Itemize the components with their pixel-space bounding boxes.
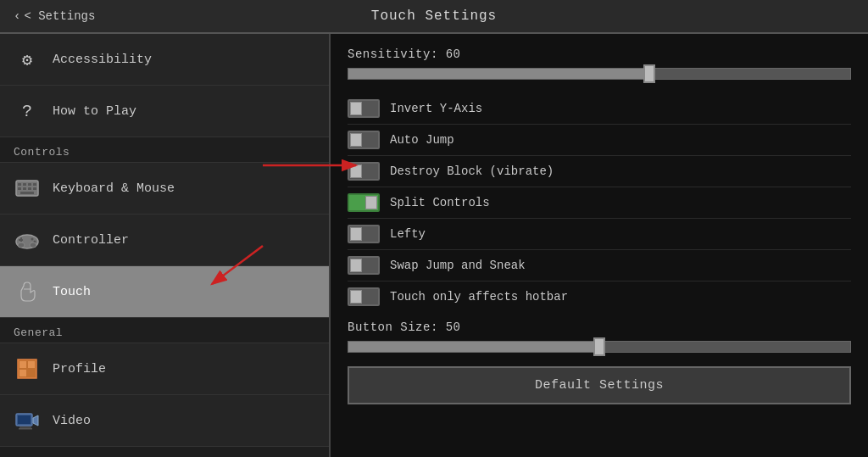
toggle-label-swap-jump: Swap Jump and Sneak bbox=[390, 259, 526, 272]
svg-rect-4 bbox=[33, 183, 36, 186]
toggle-switch-touch-hotbar[interactable] bbox=[348, 287, 380, 306]
toggle-switch-invert-y[interactable] bbox=[348, 99, 380, 118]
sensitivity-fill bbox=[348, 69, 649, 79]
toggle-row-touch-hotbar: Touch only affects hotbar bbox=[348, 281, 851, 312]
toggle-row-swap-jump: Swap Jump and Sneak bbox=[348, 250, 851, 281]
svg-rect-26 bbox=[19, 426, 31, 428]
svg-rect-7 bbox=[28, 187, 31, 190]
toggle-label-lefty: Lefty bbox=[390, 227, 426, 241]
toggle-label-touch-hotbar: Touch only affects hotbar bbox=[390, 290, 568, 304]
svg-point-13 bbox=[31, 238, 34, 241]
svg-rect-6 bbox=[23, 187, 26, 190]
toggle-knob-auto-jump bbox=[350, 133, 362, 147]
svg-rect-9 bbox=[20, 192, 34, 194]
sidebar-controller-label: Controller bbox=[53, 233, 129, 248]
svg-rect-19 bbox=[19, 361, 26, 368]
sensitivity-container: Sensitivity: 60 bbox=[348, 47, 851, 80]
video-icon bbox=[14, 407, 41, 434]
sidebar-item-video[interactable]: Video bbox=[0, 395, 329, 447]
touch-icon bbox=[14, 278, 41, 305]
toggle-knob-split-controls bbox=[365, 196, 377, 209]
toggle-switch-swap-jump[interactable] bbox=[348, 256, 380, 275]
button-size-container: Button Size: 50 bbox=[348, 320, 851, 353]
svg-rect-22 bbox=[28, 370, 35, 376]
controls-section-label: Controls bbox=[0, 137, 329, 163]
toggle-label-split-controls: Split Controls bbox=[390, 196, 490, 209]
toggle-knob-invert-y bbox=[350, 102, 362, 115]
svg-rect-12 bbox=[20, 237, 22, 242]
sidebar-item-accessibility[interactable]: ⚙ Accessibility bbox=[0, 34, 329, 86]
svg-point-16 bbox=[30, 242, 36, 248]
svg-rect-21 bbox=[19, 370, 26, 376]
content-panel: Sensitivity: 60 Invert Y-AxisAuto JumpDe… bbox=[331, 34, 868, 457]
back-button[interactable]: ‹ < Settings bbox=[14, 9, 95, 23]
svg-rect-8 bbox=[33, 187, 36, 190]
toggle-row-destroy-block: Destroy Block (vibrate) bbox=[348, 156, 851, 187]
sidebar-how-to-play-label: How to Play bbox=[53, 104, 136, 119]
profile-icon bbox=[14, 355, 41, 382]
sidebar-video-label: Video bbox=[53, 414, 91, 428]
sidebar: ⚙ Accessibility ? How to Play Controls bbox=[0, 34, 331, 457]
toggle-switch-lefty[interactable] bbox=[348, 225, 380, 243]
toggle-knob-destroy-block bbox=[350, 164, 362, 178]
sidebar-item-profile[interactable]: Profile bbox=[0, 343, 329, 395]
accessibility-icon: ⚙ bbox=[14, 46, 41, 73]
toggles-list: Invert Y-AxisAuto JumpDestroy Block (vib… bbox=[348, 93, 851, 312]
toggle-row-split-controls: Split Controls bbox=[348, 187, 851, 219]
toggle-label-auto-jump: Auto Jump bbox=[390, 133, 454, 147]
page-title: Touch Settings bbox=[371, 8, 497, 24]
sidebar-keyboard-mouse-label: Keyboard & Mouse bbox=[53, 181, 175, 196]
toggle-knob-lefty bbox=[350, 227, 362, 241]
sidebar-item-controller[interactable]: Controller bbox=[0, 215, 329, 266]
toggle-knob-touch-hotbar bbox=[350, 290, 362, 304]
title-bar: ‹ < Settings Touch Settings bbox=[0, 0, 868, 34]
sidebar-accessibility-label: Accessibility bbox=[53, 53, 152, 67]
toggle-row-auto-jump: Auto Jump bbox=[348, 125, 851, 156]
button-size-label: Button Size: 50 bbox=[348, 320, 851, 334]
button-size-thumb[interactable] bbox=[593, 337, 605, 356]
svg-marker-25 bbox=[33, 415, 38, 426]
toggle-label-destroy-block: Destroy Block (vibrate) bbox=[390, 164, 554, 178]
svg-rect-20 bbox=[28, 361, 35, 368]
svg-rect-24 bbox=[18, 415, 31, 424]
svg-rect-3 bbox=[28, 183, 31, 186]
svg-point-15 bbox=[18, 242, 25, 248]
sidebar-profile-label: Profile bbox=[53, 362, 106, 376]
svg-rect-1 bbox=[18, 183, 21, 186]
back-arrow-icon: ‹ bbox=[14, 9, 20, 23]
sidebar-item-how-to-play[interactable]: ? How to Play bbox=[0, 86, 329, 137]
sidebar-touch-label: Touch bbox=[53, 285, 91, 299]
main-layout: ⚙ Accessibility ? How to Play Controls bbox=[0, 34, 868, 457]
toggle-label-invert-y: Invert Y-Axis bbox=[390, 102, 482, 115]
sensitivity-thumb[interactable] bbox=[643, 64, 655, 83]
default-settings-button[interactable]: Default Settings bbox=[348, 366, 851, 404]
sidebar-item-touch[interactable]: Touch bbox=[0, 266, 329, 318]
button-size-fill bbox=[348, 342, 599, 352]
sidebar-item-keyboard-mouse[interactable]: Keyboard & Mouse bbox=[0, 163, 329, 215]
svg-rect-27 bbox=[19, 428, 32, 430]
sensitivity-label: Sensitivity: 60 bbox=[348, 47, 851, 61]
controller-icon bbox=[14, 226, 41, 254]
help-icon: ? bbox=[14, 98, 41, 125]
svg-rect-5 bbox=[18, 187, 21, 190]
back-label: < Settings bbox=[24, 9, 95, 23]
general-section-label: General bbox=[0, 318, 329, 343]
button-size-slider[interactable] bbox=[348, 341, 851, 353]
svg-rect-2 bbox=[23, 183, 26, 186]
toggle-switch-split-controls[interactable] bbox=[348, 193, 380, 212]
toggle-knob-swap-jump bbox=[350, 259, 362, 272]
toggle-switch-destroy-block[interactable] bbox=[348, 162, 380, 181]
sensitivity-slider[interactable] bbox=[348, 68, 851, 80]
toggle-switch-auto-jump[interactable] bbox=[348, 131, 380, 149]
keyboard-icon bbox=[14, 175, 41, 202]
toggle-row-lefty: Lefty bbox=[348, 219, 851, 250]
toggle-row-invert-y: Invert Y-Axis bbox=[348, 93, 851, 125]
